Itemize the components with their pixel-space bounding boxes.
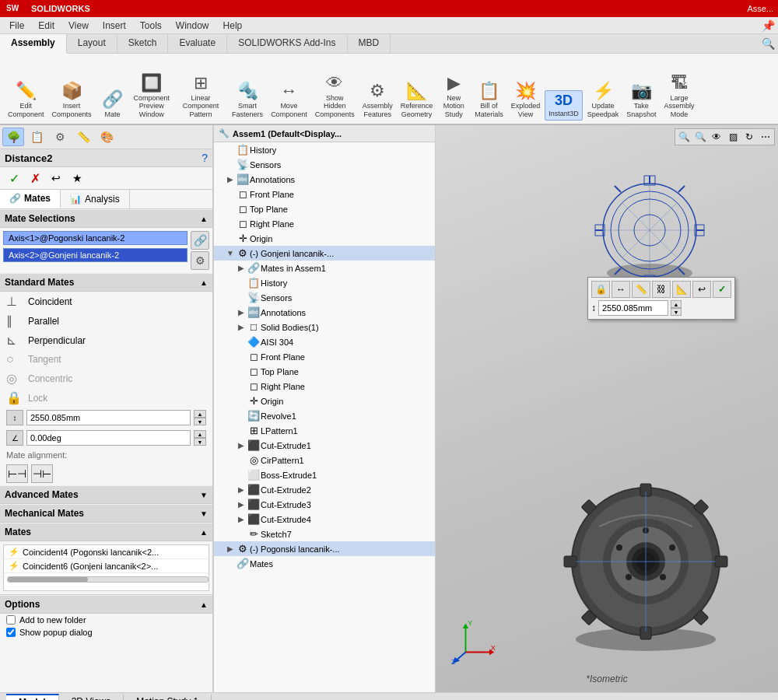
distance-input[interactable] (26, 410, 191, 425)
menu-help[interactable]: Help (217, 19, 249, 33)
menu-file[interactable]: File (3, 19, 30, 33)
btn-speedpak[interactable]: ⚡ UpdateSpeedpak (584, 79, 622, 121)
status-tab-motionstudy[interactable]: Motion Study 1 (124, 695, 212, 701)
tab-evaluate[interactable]: Evaluate (168, 34, 227, 53)
tree-aisi[interactable]: 🔷 AISI 304 (214, 334, 435, 349)
align-icon-2[interactable]: ⊣⊢ (31, 464, 53, 483)
confirm-button[interactable]: ✓ (5, 170, 23, 187)
mate-selection-item-2[interactable]: Axis<2>@Gonjeni lancanik-2 (3, 248, 187, 262)
tree-revolve1[interactable]: 🔄 Revolve1 (214, 408, 435, 423)
tree-pogonski[interactable]: ▶ ⚙ (-) Pogonski lancanik-... (214, 541, 435, 556)
lp-icon-propmgr[interactable]: 📋 (26, 128, 47, 146)
btn-show-hidden[interactable]: 👁 ShowHiddenComponents (312, 72, 358, 121)
undo-button[interactable]: ↩ (47, 170, 65, 187)
vp-btn-display[interactable]: ▨ (725, 130, 741, 144)
tree-right-plane2[interactable]: ◻ Right Plane (214, 379, 435, 394)
status-tab-3dviews[interactable]: 3D Views (59, 695, 124, 701)
tree-top-plane[interactable]: ◻ Top Plane (214, 201, 435, 216)
tree-top-plane2[interactable]: ◻ Top Plane (214, 364, 435, 379)
distance-spin-up[interactable]: ▲ (194, 410, 206, 418)
tab-assembly[interactable]: Assembly (0, 34, 67, 54)
btn-reference-geometry[interactable]: 📐 ReferenceGeometry (398, 79, 436, 121)
tree-front-plane2[interactable]: ◻ Front Plane (214, 349, 435, 364)
mt-spin-up[interactable]: ▲ (671, 300, 682, 308)
lp-icon-appearance[interactable]: 🎨 (96, 128, 117, 146)
menu-window[interactable]: Window (170, 19, 216, 33)
advanced-mates-header[interactable]: Advanced Mates ▼ (0, 485, 212, 504)
tree-solid-bodies[interactable]: ▶ □ Solid Bodies(1) (214, 320, 435, 334)
mt-btn-measure[interactable]: 📏 (632, 281, 650, 298)
tree-origin[interactable]: ✛ Origin (214, 231, 435, 246)
tree-lpattern[interactable]: ⊞ LPattern1 (214, 423, 435, 438)
mate-parallel[interactable]: ∥ Parallel (0, 311, 212, 331)
vp-btn-view[interactable]: 👁 (709, 130, 724, 144)
tree-mates-root[interactable]: 🔗 Mates (214, 556, 435, 571)
tree-annotations[interactable]: ▶ 🔤 Annotations (214, 172, 435, 187)
tab-sketch[interactable]: Sketch (117, 34, 169, 53)
angle-spin-down[interactable]: ▼ (194, 438, 206, 446)
tab-mbd[interactable]: MBD (348, 34, 391, 53)
tree-annotations2[interactable]: ▶ 🔤 Annotations (214, 305, 435, 320)
tree-mates-assem1[interactable]: ▶ 🔗 Mates in Assem1 (214, 261, 435, 275)
tree-sensors[interactable]: 📡 Sensors (214, 157, 435, 172)
tree-origin2[interactable]: ✛ Origin (214, 394, 435, 408)
mt-btn-angle[interactable]: 📐 (672, 281, 691, 298)
lp-icon-featuretree[interactable]: 🌳 (2, 128, 24, 146)
tree-cut-extrude4[interactable]: ▶ ⬛ Cut-Extrude4 (214, 512, 435, 527)
vp-btn-more[interactable]: ⋯ (758, 130, 773, 144)
mate-sel-icon1[interactable]: 🔗 (191, 231, 209, 250)
tree-history[interactable]: 📋 History (214, 142, 435, 157)
btn-bom[interactable]: 📋 Bill ofMaterials (471, 79, 506, 121)
mt-btn-lock[interactable]: 🔒 (591, 281, 610, 298)
tree-cut-extrude1[interactable]: ▶ ⬛ Cut-Extrude1 (214, 438, 435, 453)
left-panel-scroll[interactable]: Mate Selections ▲ Axis<1>@Pogonski lanca… (0, 209, 212, 692)
btn-exploded[interactable]: 💥 ExplodedView (508, 79, 544, 121)
btn-snapshot[interactable]: 📷 TakeSnapshot (623, 79, 659, 121)
cancel-button[interactable]: ✗ (26, 170, 44, 187)
mate-concentric[interactable]: ◎ Concentric (0, 369, 212, 388)
btn-motion-study[interactable]: ▶ NewMotionStudy (437, 72, 470, 121)
tree-history2[interactable]: 📋 History (214, 275, 435, 290)
checkbox-popup-input[interactable] (6, 628, 16, 637)
btn-edit-component[interactable]: ✏️ EditComponent (5, 79, 47, 121)
vp-btn-rotate[interactable]: ↻ (741, 130, 757, 144)
menu-tools[interactable]: Tools (134, 19, 168, 33)
mt-spin-down[interactable]: ▼ (671, 308, 682, 316)
btn-component-preview[interactable]: 🔲 ComponentPreviewWindow (131, 72, 173, 121)
mates-list-header[interactable]: Mates ▲ (0, 523, 212, 541)
tree-cut-extrude2[interactable]: ▶ ⬛ Cut-Extrude2 (214, 482, 435, 497)
tree-gonjeni[interactable]: ▼ ⚙ (-) Gonjeni lancanik-... (214, 246, 435, 261)
menu-pushpin[interactable]: 📌 (762, 19, 775, 32)
standard-mates-header[interactable]: Standard Mates ▲ (0, 273, 212, 292)
mt-btn-undo[interactable]: ↩ (692, 281, 711, 298)
mate-lock[interactable]: 🔒 Lock (0, 388, 212, 408)
mate-selection-item-1[interactable]: Axis<1>@Pogonski lancanik-2 (3, 231, 187, 245)
mt-btn-confirm[interactable]: ✓ (713, 281, 731, 298)
feature-tree[interactable]: 🔧 Assem1 (Default<Display... 📋 History 📡… (214, 125, 436, 692)
mate-perpendicular[interactable]: ⊾ Perpendicular (0, 331, 212, 350)
tree-boss-extrude[interactable]: ⬜ Boss-Extrude1 (214, 467, 435, 482)
tree-front-plane[interactable]: ◻ Front Plane (214, 187, 435, 201)
btn-large-assembly[interactable]: 🏗 LargeAssemblyMode (661, 72, 697, 121)
angle-spin-up[interactable]: ▲ (194, 430, 206, 438)
mates-list-scrollbar[interactable] (4, 573, 209, 586)
tab-layout[interactable]: Layout (67, 34, 117, 53)
checkbox-add-folder-input[interactable] (6, 615, 16, 625)
tree-right-plane[interactable]: ◻ Right Plane (214, 216, 435, 231)
panel-help-icon[interactable]: ? (202, 152, 208, 164)
mate-selections-header[interactable]: Mate Selections ▲ (0, 209, 212, 228)
btn-smart-fasteners[interactable]: 🔩 SmartFasteners (229, 79, 266, 121)
btn-assembly-features[interactable]: ⚙ AssemblyFeatures (359, 79, 396, 121)
lp-icon-dimmgr[interactable]: 📏 (72, 128, 94, 146)
mate-tangent[interactable]: ○ Tangent (0, 350, 212, 369)
menu-insert[interactable]: Insert (96, 19, 132, 33)
angle-input[interactable] (26, 430, 191, 446)
lp-icon-configmgr[interactable]: ⚙ (49, 128, 71, 146)
btn-instant3d[interactable]: 3D Instant3D (545, 90, 583, 121)
mates-list-item-1[interactable]: ⚡ Coincident4 (Pogonski lancanik<2... (4, 545, 209, 559)
align-icon-1[interactable]: ⊢⊣ (6, 464, 28, 483)
btn-move-component[interactable]: ↔ MoveComponent (268, 79, 310, 121)
tab-mates[interactable]: 🔗 Mates (0, 190, 61, 208)
tree-cirpattern[interactable]: ◎ CirPattern1 (214, 453, 435, 467)
tree-cut-extrude3[interactable]: ▶ ⬛ Cut-Extrude3 (214, 497, 435, 512)
